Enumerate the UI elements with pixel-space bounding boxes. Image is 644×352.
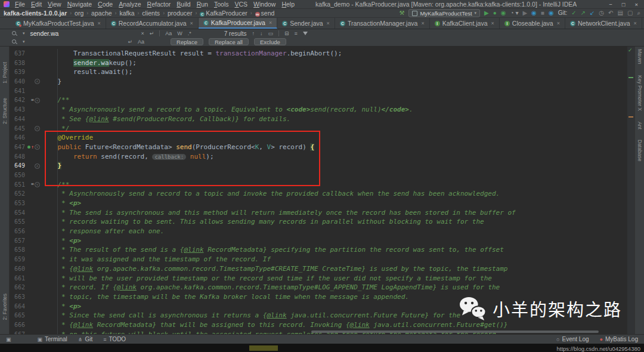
fold-open-icon[interactable]: ˅	[35, 144, 40, 150]
code-line[interactable]: 653 * <p>	[10, 199, 627, 208]
code-line[interactable]: 662 * record. If {@link org.apache.kafka…	[10, 283, 627, 292]
gutter[interactable]	[27, 115, 42, 124]
tab-close-icon[interactable]: ×	[97, 20, 100, 26]
code-line[interactable]: 661 * will be the user provided timestam…	[10, 274, 627, 283]
tab-networkclient-java[interactable]: CNetworkClient.java×	[565, 18, 642, 29]
gutter[interactable]: ˄	[27, 124, 42, 134]
gutter[interactable]	[27, 245, 42, 255]
gutter[interactable]: ≡˅	[27, 95, 42, 105]
stop-icon[interactable]: ■	[541, 10, 544, 16]
gutter[interactable]	[27, 152, 42, 162]
code-text[interactable]: * response after each one.	[42, 227, 627, 236]
line-number[interactable]: 640	[10, 77, 27, 87]
menu-navigate[interactable]: Navigate	[67, 1, 92, 8]
gutter[interactable]	[27, 274, 42, 283]
code-text[interactable]: * record. If {@link org.apache.kafka.com…	[42, 283, 627, 292]
breadcrumb-item-kafka[interactable]: kafka	[119, 10, 134, 17]
fold-close-icon[interactable]: ˄	[35, 79, 40, 84]
tab-kafkaclient-java[interactable]: IKafkaClient.java×	[430, 18, 500, 29]
line-number[interactable]: 646	[10, 133, 27, 143]
overriding-method-icon[interactable]: ↑	[27, 144, 34, 150]
gutter[interactable]	[27, 189, 42, 199]
line-number[interactable]: 655	[10, 217, 27, 227]
line-number[interactable]: 637	[10, 49, 27, 58]
line-number[interactable]: 641	[10, 87, 27, 96]
gutter[interactable]	[27, 199, 42, 208]
run-button[interactable]: ▶	[484, 10, 489, 16]
gutter[interactable]	[27, 49, 42, 58]
maximize-button[interactable]: □	[622, 1, 626, 8]
menu-refactor[interactable]: Refactor	[147, 1, 171, 8]
toolwindow-git[interactable]: ⋔Git	[78, 336, 92, 342]
tab-sender-java[interactable]: CSender.java×	[277, 18, 335, 29]
fold-open-icon[interactable]: ˅	[35, 182, 40, 187]
tab-close-icon[interactable]: ×	[421, 20, 424, 26]
code-line[interactable]: 639 result.await();	[10, 67, 627, 77]
line-number[interactable]: 651	[10, 180, 27, 190]
line-number[interactable]: 657	[10, 236, 27, 246]
code-text[interactable]: sender.wakeup();	[42, 58, 627, 68]
line-number[interactable]: 648	[10, 152, 27, 162]
code-text[interactable]: * Asynchronously send a record to a topi…	[42, 189, 627, 199]
minimize-button[interactable]: −	[609, 1, 612, 8]
search-input[interactable]: sender.wa	[30, 30, 59, 37]
match-case-toggle[interactable]: Aa	[165, 30, 172, 36]
fold-close-icon[interactable]: ˄	[35, 163, 40, 169]
search-filter-funnel-icon[interactable]	[303, 32, 308, 35]
tab-kafkaproducer-java[interactable]: CKafkaProducer.java×	[199, 18, 277, 29]
breadcrumb-item-org[interactable]: org	[75, 10, 83, 17]
tab-close-icon[interactable]: ×	[557, 20, 560, 26]
git-push-arrow-icon[interactable]: ↗	[581, 10, 586, 16]
code-editor[interactable]: 637 TransactionalRequestResult result = …	[10, 47, 627, 334]
code-text[interactable]: @Override	[42, 133, 627, 143]
horizontal-scrollbar[interactable]	[311, 331, 599, 333]
profiler-blue-icon[interactable]: ◉	[531, 10, 537, 16]
menu-run[interactable]: Run	[197, 1, 208, 8]
code-text[interactable]: */	[42, 124, 627, 134]
replace-button[interactable]: Replace	[171, 38, 203, 45]
code-text[interactable]: return send(record, callback: null);	[42, 152, 627, 162]
code-text[interactable]: }	[42, 77, 627, 87]
gutter[interactable]	[27, 320, 42, 330]
breadcrumb-item-send[interactable]: msend	[255, 10, 275, 17]
menu-code[interactable]: Code	[98, 1, 113, 8]
gutter[interactable]	[27, 105, 42, 115]
project-structure-icon[interactable]: ▤	[617, 10, 623, 16]
code-line[interactable]: 663 * topic, the timestamp will be the K…	[10, 292, 627, 302]
whole-words-toggle[interactable]: W	[177, 30, 182, 36]
line-number[interactable]: 650	[10, 171, 27, 180]
code-line[interactable]: 647↑˅ public Future<RecordMetadata> send…	[10, 143, 627, 152]
git-commit-check-icon[interactable]: ✓	[571, 10, 576, 16]
git-update-arrow-icon[interactable]: ↙	[590, 10, 595, 16]
replace-all-button[interactable]: Replace all	[209, 38, 249, 45]
tool-button-maven[interactable]: Maven	[637, 49, 643, 64]
toolwindow-terminal[interactable]: ▣Terminal	[38, 336, 67, 342]
code-line[interactable]: 652 * Asynchronously send a record to a …	[10, 189, 627, 199]
tab-close-icon[interactable]: ×	[269, 20, 272, 26]
tab-closeable-java[interactable]: ICloseable.java×	[500, 18, 565, 29]
search-icon[interactable]	[12, 31, 17, 36]
gutter[interactable]	[27, 302, 42, 311]
breadcrumb-item-kafka-clients-1.0.0.jar[interactable]: kafka-clients-1.0.0.jar	[4, 10, 67, 17]
breadcrumb-item-clients[interactable]: clients	[142, 10, 160, 17]
regex-toggle[interactable]: .*	[188, 30, 191, 36]
toolwindow-todo[interactable]: ≡TODO	[103, 336, 126, 342]
coverage-icon[interactable]: ◉	[501, 10, 506, 16]
gutter[interactable]: ↑˅	[27, 143, 42, 152]
code-line[interactable]: 666 * {@link RecordMetadata} that will b…	[10, 320, 627, 330]
tab-close-icon[interactable]: ×	[491, 20, 494, 26]
menu-view[interactable]: View	[48, 1, 61, 8]
code-text[interactable]	[42, 87, 627, 96]
line-number[interactable]: 642	[10, 95, 27, 105]
profiler-blue2-icon[interactable]: ◉	[549, 10, 554, 16]
line-number[interactable]: 656	[10, 227, 27, 236]
gutter[interactable]	[27, 227, 42, 236]
restore-layout-icon[interactable]: ▢	[627, 10, 633, 16]
line-number[interactable]: 643	[10, 105, 27, 115]
gutter[interactable]: ≡˅	[27, 180, 42, 190]
stripe-mark-green[interactable]	[628, 77, 633, 78]
select-all-occurrences-button[interactable]: ▭	[268, 30, 274, 36]
tool-button-structure[interactable]: 2: Structure	[2, 98, 8, 124]
code-text[interactable]: * <p>	[42, 302, 627, 311]
code-text[interactable]: * records waiting to be sent. This allow…	[42, 217, 627, 227]
